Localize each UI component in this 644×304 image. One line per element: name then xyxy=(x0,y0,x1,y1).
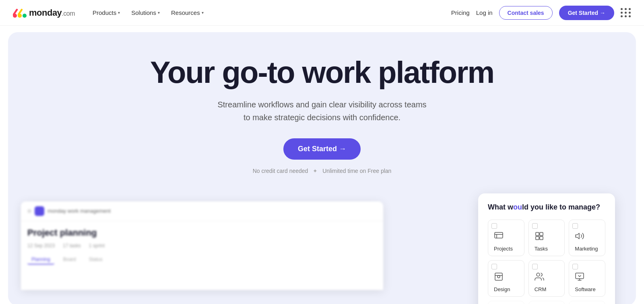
dashboard-header: monday work management xyxy=(21,201,383,221)
chevron-down-icon: ▾ xyxy=(158,10,160,15)
dash-app-title: monday work management xyxy=(47,208,111,214)
manage-item-software[interactable]: Software xyxy=(569,260,605,297)
login-link[interactable]: Log in xyxy=(476,9,493,16)
dash-meta-date: 12 Sep 2023 xyxy=(27,243,55,249)
logo[interactable]: monday.com xyxy=(13,7,75,18)
manage-item-more-1[interactable] xyxy=(488,301,524,304)
checkbox-software[interactable] xyxy=(572,264,578,269)
dash-project-title: Project planning xyxy=(27,228,377,238)
software-label: Software xyxy=(575,286,595,292)
manage-item-crm[interactable]: CRM xyxy=(528,260,565,297)
navbar-right: Pricing Log in Contact sales Get Started… xyxy=(451,6,631,20)
navbar: monday.com Products ▾ Solutions ▾ Resour… xyxy=(0,0,644,26)
design-label: Design xyxy=(494,286,510,292)
dash-meta: 12 Sep 2023 17 tasks 1 sprint xyxy=(27,243,377,249)
dot xyxy=(621,15,623,17)
tasks-icon xyxy=(535,231,544,243)
navbar-left: monday.com Products ▾ Solutions ▾ Resour… xyxy=(13,6,208,19)
chevron-down-icon: ▾ xyxy=(202,10,204,15)
svg-rect-8 xyxy=(536,236,539,240)
manage-widget: What would you like to manage? Projects xyxy=(478,193,615,304)
hero-subtitle: Streamline workflows and gain clear visi… xyxy=(141,98,503,124)
get-started-hero-button[interactable]: Get Started → xyxy=(283,138,361,160)
nav-item-products[interactable]: Products ▾ xyxy=(88,6,125,19)
manage-item-design[interactable]: Design xyxy=(488,260,524,297)
manage-item-more-3[interactable] xyxy=(569,301,605,304)
svg-point-12 xyxy=(497,275,500,278)
svg-rect-3 xyxy=(495,232,503,238)
projects-icon xyxy=(494,231,504,243)
logo-wordmark: monday.com xyxy=(29,8,75,18)
checkbox-crm[interactable] xyxy=(532,264,538,269)
svg-rect-11 xyxy=(495,273,502,280)
svg-marker-10 xyxy=(576,233,579,239)
dot xyxy=(621,8,623,10)
svg-rect-6 xyxy=(536,232,539,236)
dot xyxy=(625,12,627,14)
dashboard-body: Project planning 12 Sep 2023 17 tasks 1 … xyxy=(21,221,383,271)
dash-tab-status[interactable]: Status xyxy=(85,255,107,265)
dot xyxy=(621,12,623,14)
pricing-link[interactable]: Pricing xyxy=(451,9,470,16)
dashboard-preview: monday work management Project planning … xyxy=(21,201,383,290)
contact-sales-button[interactable]: Contact sales xyxy=(499,6,553,20)
svg-point-2 xyxy=(23,14,27,18)
dash-meta-tasks: 17 tasks xyxy=(63,243,81,249)
dot xyxy=(629,8,631,10)
projects-label: Projects xyxy=(494,246,513,252)
design-icon xyxy=(494,272,504,284)
marketing-label: Marketing xyxy=(575,246,598,252)
marketing-icon xyxy=(575,231,584,243)
get-started-nav-button[interactable]: Get Started → xyxy=(559,6,614,20)
checkbox-marketing[interactable] xyxy=(572,223,578,229)
dot xyxy=(629,15,631,17)
crm-label: CRM xyxy=(535,286,547,292)
dash-tab-board[interactable]: Board xyxy=(59,255,80,265)
hero-content: Your go-to work platform Streamline work… xyxy=(141,56,503,174)
dot xyxy=(625,8,627,10)
checkbox-projects[interactable] xyxy=(491,223,497,229)
checkbox-tasks[interactable] xyxy=(532,223,538,229)
svg-rect-15 xyxy=(576,273,584,279)
svg-rect-9 xyxy=(540,236,543,240)
hero-title: Your go-to work platform xyxy=(141,56,503,88)
chevron-down-icon: ▾ xyxy=(118,10,120,15)
manage-title-highlight: ou xyxy=(513,203,522,211)
svg-rect-7 xyxy=(540,232,543,236)
manage-grid: Projects Tasks xyxy=(488,220,605,304)
dash-tabs: Planning Board Status xyxy=(27,255,377,265)
nav-item-resources[interactable]: Resources ▾ xyxy=(166,6,208,19)
dot xyxy=(27,209,31,213)
manage-item-tasks[interactable]: Tasks xyxy=(528,220,565,256)
software-icon xyxy=(575,272,584,284)
manage-title: What would you like to manage? xyxy=(488,203,605,212)
manage-item-projects[interactable]: Projects xyxy=(488,220,524,256)
logo-icon xyxy=(13,7,27,18)
manage-item-more-2[interactable] xyxy=(528,301,565,304)
checkbox-design[interactable] xyxy=(491,264,497,269)
hero-bottom: monday work management Project planning … xyxy=(21,193,623,290)
hero-section: Your go-to work platform Streamline work… xyxy=(8,32,636,304)
dash-logo xyxy=(35,206,44,216)
apps-grid-button[interactable] xyxy=(621,8,631,17)
dash-meta-sprint: 1 sprint xyxy=(89,243,105,249)
nav-item-solutions[interactable]: Solutions ▾ xyxy=(126,6,165,19)
dash-tab-planning[interactable]: Planning xyxy=(27,255,54,265)
manage-item-marketing[interactable]: Marketing xyxy=(569,220,605,256)
tasks-label: Tasks xyxy=(535,246,548,252)
diamond-icon: ✦ xyxy=(313,168,318,174)
crm-icon xyxy=(535,272,544,284)
svg-point-14 xyxy=(537,273,540,276)
dot xyxy=(629,12,631,14)
hero-subtext: No credit card needed ✦ Unlimited time o… xyxy=(141,168,503,174)
nav-menu: Products ▾ Solutions ▾ Resources ▾ xyxy=(88,6,208,19)
dot xyxy=(625,15,627,17)
